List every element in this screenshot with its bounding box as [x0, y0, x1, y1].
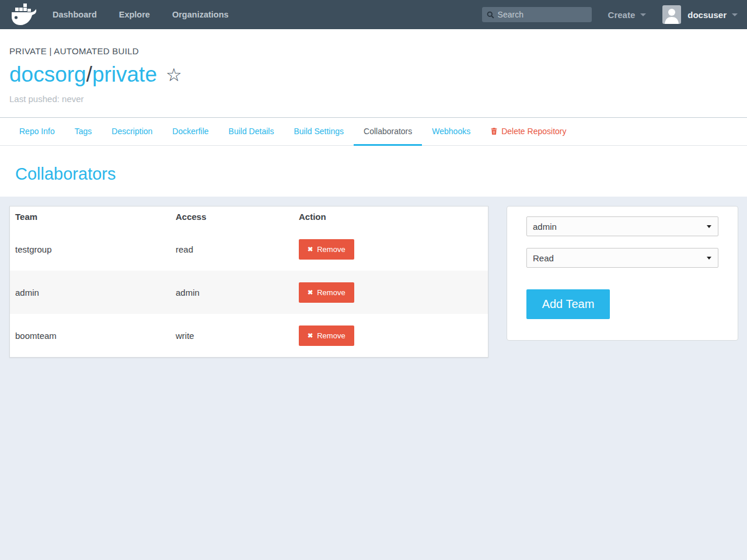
nav-organizations[interactable]: Organizations	[172, 10, 229, 19]
user-avatar[interactable]	[662, 5, 681, 24]
repo-header: PRIVATE | AUTOMATED BUILD docsorg/privat…	[0, 29, 747, 117]
x-icon: ✖	[308, 289, 313, 296]
table-header-row: Team Access Action	[10, 206, 488, 228]
team-select-wrap: admin	[526, 216, 718, 236]
create-label: Create	[608, 10, 636, 20]
tab-collaborators[interactable]: Collaborators	[354, 118, 422, 146]
remove-label: Remove	[317, 331, 345, 340]
tab-repo-info[interactable]: Repo Info	[9, 118, 65, 146]
create-dropdown[interactable]: Create	[608, 10, 647, 20]
main-content: Team Access Action testgroup read ✖ Remo…	[0, 197, 747, 381]
repo-namespace-link[interactable]: docsorg	[9, 62, 86, 86]
team-name: boomteam	[15, 331, 176, 341]
caret-down-icon	[640, 13, 646, 16]
nav-dashboard[interactable]: Dashboard	[53, 10, 97, 19]
person-icon	[662, 6, 681, 24]
tab-tags[interactable]: Tags	[65, 118, 102, 146]
tab-delete-repository[interactable]: Delete Repository	[480, 118, 576, 146]
repo-tabbar: Repo Info Tags Description Dockerfile Bu…	[0, 117, 747, 146]
team-name: admin	[15, 288, 176, 298]
remove-label: Remove	[317, 288, 345, 297]
remove-button[interactable]: ✖ Remove	[299, 326, 354, 346]
top-navbar: Dashboard Explore Organizations Create d…	[0, 0, 747, 29]
remove-button[interactable]: ✖ Remove	[299, 239, 354, 260]
trash-icon	[490, 127, 498, 135]
access-level: admin	[176, 288, 299, 298]
docker-whale-logo-icon[interactable]	[9, 2, 39, 27]
search-icon	[487, 11, 494, 19]
tab-build-settings[interactable]: Build Settings	[284, 118, 354, 146]
team-name: testgroup	[15, 244, 176, 254]
collaborators-table: Team Access Action testgroup read ✖ Remo…	[9, 206, 488, 358]
repo-badges: PRIVATE | AUTOMATED BUILD	[9, 46, 738, 56]
tab-webhooks[interactable]: Webhooks	[422, 118, 480, 146]
table-row: admin admin ✖ Remove	[10, 271, 488, 314]
access-select[interactable]: Read	[526, 248, 718, 268]
last-pushed-text: Last pushed: never	[9, 94, 738, 117]
column-header-team: Team	[15, 212, 176, 222]
star-icon[interactable]: ☆	[166, 66, 182, 84]
page-title: Collaborators	[15, 164, 738, 184]
x-icon: ✖	[308, 246, 313, 253]
x-icon: ✖	[308, 332, 313, 340]
delete-repository-label: Delete Repository	[501, 127, 566, 136]
access-select-wrap: Read	[526, 248, 718, 268]
remove-label: Remove	[317, 245, 345, 254]
user-dropdown[interactable]: docsuser	[687, 10, 738, 20]
tab-description[interactable]: Description	[102, 118, 162, 146]
column-header-action: Action	[299, 212, 483, 222]
repo-name: private	[92, 62, 157, 86]
primary-nav: Dashboard Explore Organizations	[53, 10, 251, 19]
repo-title: docsorg/private	[9, 62, 157, 87]
table-row: boomteam write ✖ Remove	[10, 314, 488, 357]
search-input[interactable]	[498, 10, 587, 19]
search-box[interactable]	[482, 7, 592, 22]
access-level: write	[176, 331, 299, 341]
table-row: testgroup read ✖ Remove	[10, 228, 488, 271]
add-team-button[interactable]: Add Team	[526, 289, 610, 319]
access-level: read	[176, 244, 299, 254]
heading-band: Collaborators	[0, 146, 747, 197]
tab-dockerfile[interactable]: Dockerfile	[162, 118, 218, 146]
username: docsuser	[687, 10, 727, 20]
repo-title-separator: /	[86, 62, 92, 86]
column-header-access: Access	[176, 212, 299, 222]
team-select[interactable]: admin	[526, 216, 718, 236]
caret-down-icon	[732, 13, 738, 16]
nav-explore[interactable]: Explore	[119, 10, 150, 19]
remove-button[interactable]: ✖ Remove	[299, 282, 354, 303]
tab-build-details[interactable]: Build Details	[219, 118, 284, 146]
add-team-panel: admin Read Add Team	[507, 206, 738, 341]
